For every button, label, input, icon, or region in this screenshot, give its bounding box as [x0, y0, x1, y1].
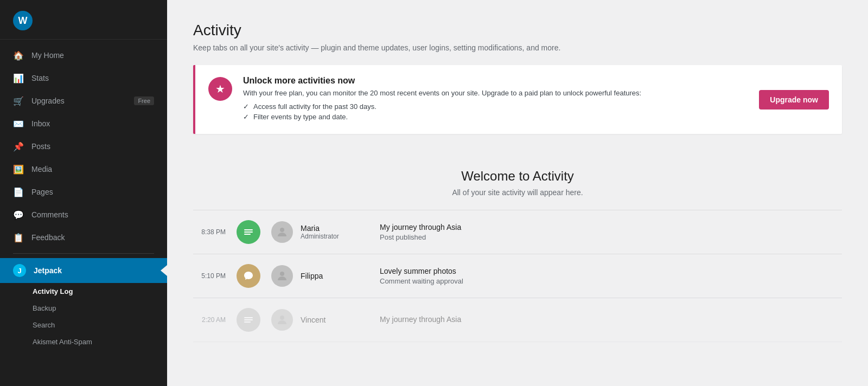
free-badge: Free — [134, 97, 154, 105]
sidebar-item-feedback[interactable]: 📋 Feedback — [0, 226, 167, 249]
svg-rect-7 — [244, 321, 251, 323]
upgrade-check-2: ✓ Filter events by type and date. — [243, 113, 748, 121]
activity-user: Filippa — [271, 265, 369, 287]
upgrade-check-1: ✓ Access full activity for the past 30 d… — [243, 102, 748, 111]
upgrades-icon: 🛒 — [13, 95, 24, 106]
sidebar-subitem-search[interactable]: Search — [0, 317, 167, 333]
avatar — [271, 265, 293, 287]
welcome-subtitle: All of your site activity will appear he… — [193, 188, 842, 197]
sidebar-item-inbox[interactable]: ✉️ Inbox — [0, 112, 167, 135]
activity-icon — [237, 264, 260, 288]
sidebar-item-label: Upgrades — [31, 97, 65, 105]
activity-time: 2:20 AM — [193, 316, 226, 324]
user-info: Maria Administrator — [301, 224, 339, 240]
sidebar: W 🏠 My Home 📊 Stats 🛒 Upgrades Free ✉️ I… — [0, 0, 167, 386]
activity-user: Vincent — [271, 309, 369, 331]
sidebar-item-label: Inbox — [31, 119, 50, 128]
welcome-section: Welcome to Activity All of your site act… — [193, 151, 842, 210]
feedback-icon: 📋 — [13, 232, 24, 243]
activity-detail: My journey through Asia Post published — [380, 223, 842, 241]
checkmark-icon-2: ✓ — [243, 113, 249, 121]
sidebar-item-stats[interactable]: 📊 Stats — [0, 67, 167, 89]
page-title: Activity — [193, 22, 842, 39]
upgrade-star-icon: ★ — [208, 77, 232, 101]
activity-post-title: Lovely summer photos — [380, 267, 842, 275]
page-subtitle: Keep tabs on all your site's activity — … — [193, 43, 842, 52]
svg-rect-2 — [244, 234, 251, 235]
avatar — [271, 309, 293, 331]
upgrade-now-button[interactable]: Upgrade now — [759, 90, 829, 110]
sidebar-divider — [13, 253, 154, 254]
jetpack-label: Jetpack — [34, 266, 62, 275]
sidebar-subitem-backup[interactable]: Backup — [0, 300, 167, 317]
home-icon: 🏠 — [13, 50, 24, 61]
table-row: 5:10 PM Filippa Lovely summer photos Com… — [193, 254, 842, 298]
main-content: Activity Keep tabs on all your site's ac… — [167, 0, 868, 386]
table-row: 2:20 AM Vincent My journey through Asia — [193, 298, 842, 342]
comments-icon: 💬 — [13, 209, 24, 220]
activity-detail: Lovely summer photos Comment waiting app… — [380, 267, 842, 285]
sidebar-item-my-home[interactable]: 🏠 My Home — [0, 44, 167, 67]
welcome-title: Welcome to Activity — [193, 169, 842, 184]
activity-time: 5:10 PM — [193, 272, 226, 280]
upgrade-description: With your free plan, you can monitor the… — [243, 89, 748, 97]
jetpack-arrow-icon — [161, 265, 167, 276]
svg-point-3 — [280, 228, 284, 232]
pages-icon: 📄 — [13, 186, 24, 197]
inbox-icon: ✉️ — [13, 118, 24, 129]
sidebar-item-label: My Home — [31, 51, 64, 60]
svg-rect-1 — [244, 231, 253, 233]
sidebar-logo: W — [0, 0, 167, 40]
upgrade-banner: ★ Unlock more activities now With your f… — [193, 65, 842, 134]
user-name: Filippa — [301, 272, 323, 280]
svg-rect-5 — [244, 317, 253, 318]
sidebar-item-label: Pages — [31, 188, 53, 196]
activity-icon — [237, 220, 260, 244]
sidebar-item-label: Posts — [31, 142, 50, 151]
svg-rect-6 — [244, 319, 253, 320]
sidebar-item-jetpack[interactable]: J Jetpack — [0, 258, 167, 283]
user-name: Vincent — [301, 316, 326, 324]
table-row: 8:38 PM Maria Administrator My journey t… — [193, 210, 842, 254]
sidebar-item-pages[interactable]: 📄 Pages — [0, 181, 167, 203]
sidebar-item-comments[interactable]: 💬 Comments — [0, 203, 167, 226]
sidebar-subitem-akismet[interactable]: Akismet Anti-Spam — [0, 333, 167, 350]
activity-post-title: My journey through Asia — [380, 223, 842, 231]
user-role: Administrator — [301, 233, 339, 240]
activity-user: Maria Administrator — [271, 221, 369, 243]
svg-rect-0 — [244, 229, 253, 230]
upgrade-content: Unlock more activities now With your fre… — [243, 76, 748, 123]
sidebar-nav: 🏠 My Home 📊 Stats 🛒 Upgrades Free ✉️ Inb… — [0, 40, 167, 386]
sidebar-item-media[interactable]: 🖼️ Media — [0, 158, 167, 181]
activity-time: 8:38 PM — [193, 228, 226, 236]
jetpack-icon: J — [13, 264, 26, 277]
wp-logo: W — [13, 11, 33, 30]
activity-list: 8:38 PM Maria Administrator My journey t… — [193, 210, 842, 342]
sidebar-item-label: Comments — [31, 210, 68, 219]
sidebar-item-posts[interactable]: 📌 Posts — [0, 135, 167, 158]
sidebar-item-label: Feedback — [31, 233, 65, 242]
media-icon: 🖼️ — [13, 164, 24, 175]
activity-detail: My journey through Asia — [380, 315, 842, 325]
checkmark-icon-1: ✓ — [243, 102, 249, 111]
sidebar-item-upgrades[interactable]: 🛒 Upgrades Free — [0, 89, 167, 112]
stats-icon: 📊 — [13, 73, 24, 83]
user-info: Vincent — [301, 316, 326, 324]
posts-icon: 📌 — [13, 141, 24, 152]
avatar — [271, 221, 293, 243]
user-info: Filippa — [301, 272, 323, 280]
svg-point-8 — [280, 316, 284, 320]
activity-post-title: My journey through Asia — [380, 315, 842, 324]
sidebar-item-label: Stats — [31, 74, 49, 82]
activity-icon — [237, 308, 260, 332]
activity-action: Post published — [380, 233, 842, 241]
sidebar-subitem-activity-log[interactable]: Activity Log — [0, 283, 167, 300]
activity-action: Comment waiting approval — [380, 277, 842, 285]
upgrade-title: Unlock more activities now — [243, 76, 748, 86]
svg-point-4 — [280, 272, 284, 276]
sidebar-item-label: Media — [31, 165, 52, 173]
user-name: Maria — [301, 224, 339, 233]
